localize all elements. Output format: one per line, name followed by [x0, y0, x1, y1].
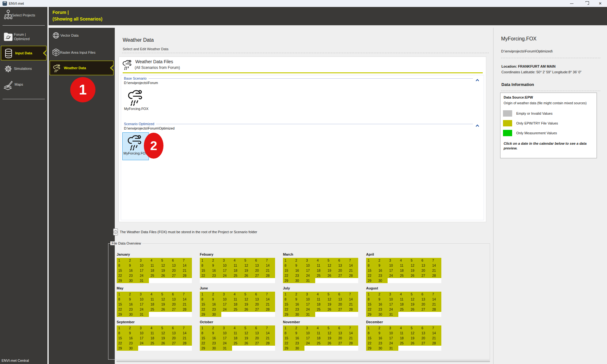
- calendar-day[interactable]: 27: [420, 341, 431, 346]
- calendar-day[interactable]: 18: [398, 302, 409, 307]
- calendar-day[interactable]: 27: [254, 341, 264, 346]
- calendar-day[interactable]: 26: [326, 307, 337, 312]
- calendar-day[interactable]: 4: [149, 325, 160, 331]
- calendar-day[interactable]: 19: [326, 302, 337, 307]
- calendar-day[interactable]: 2: [377, 258, 388, 263]
- calendar-day[interactable]: 5: [160, 292, 170, 297]
- calendar-day[interactable]: 2: [211, 258, 221, 263]
- calendar-day[interactable]: 11: [315, 331, 326, 336]
- calendar-day[interactable]: 23: [127, 273, 138, 278]
- subsidebar-item-vector-data[interactable]: Vector Data: [60, 33, 78, 37]
- calendar-day[interactable]: 7: [347, 325, 358, 331]
- calendar-day[interactable]: 16: [211, 268, 221, 273]
- calendar-day[interactable]: 17: [221, 268, 232, 273]
- calendar-day[interactable]: 21: [264, 302, 275, 307]
- calendar-day[interactable]: 9: [377, 263, 388, 268]
- calendar-day[interactable]: 30: [211, 346, 221, 351]
- calendar-day[interactable]: 3: [221, 292, 232, 297]
- calendar-day[interactable]: 18: [398, 268, 409, 273]
- calendar-day[interactable]: 20: [337, 268, 347, 273]
- calendar-day[interactable]: 25: [315, 307, 326, 312]
- calendar-day[interactable]: 23: [294, 273, 304, 278]
- calendar-day[interactable]: 21: [181, 268, 192, 273]
- calendar-day[interactable]: 8: [117, 297, 127, 302]
- calendar-day[interactable]: 10: [304, 297, 315, 302]
- calendar-day[interactable]: 2: [377, 325, 388, 331]
- calendar-day[interactable]: 7: [264, 292, 275, 297]
- calendar-day[interactable]: 2: [127, 325, 138, 331]
- calendar-day[interactable]: 28: [347, 341, 358, 346]
- calendar-day[interactable]: 9: [127, 297, 138, 302]
- calendar-day[interactable]: 25: [232, 307, 243, 312]
- calendar-day[interactable]: 22: [200, 273, 211, 278]
- calendar-day[interactable]: 14: [181, 263, 192, 268]
- calendar-day[interactable]: 1: [200, 292, 211, 297]
- calendar-day[interactable]: 8: [283, 297, 294, 302]
- calendar-day[interactable]: 7: [181, 325, 192, 331]
- calendar-day[interactable]: 16: [294, 302, 304, 307]
- calendar-day[interactable]: 9: [377, 297, 388, 302]
- calendar-day[interactable]: 17: [138, 268, 149, 273]
- calendar-day[interactable]: 30: [294, 312, 304, 317]
- calendar-day[interactable]: 8: [117, 263, 127, 268]
- calendar-day[interactable]: 24: [304, 273, 315, 278]
- calendar-day[interactable]: 18: [149, 302, 160, 307]
- calendar-day[interactable]: 18: [149, 268, 160, 273]
- calendar-day[interactable]: 26: [409, 273, 420, 278]
- calendar-day[interactable]: 14: [431, 331, 441, 336]
- calendar-day[interactable]: 14: [347, 263, 358, 268]
- calendar-day[interactable]: 15: [366, 336, 377, 341]
- calendar-day[interactable]: 20: [170, 302, 181, 307]
- calendar-day[interactable]: 12: [326, 297, 337, 302]
- sidebar-item-simulations[interactable]: Simulations: [14, 67, 32, 70]
- calendar-day[interactable]: 23: [377, 307, 388, 312]
- calendar-day[interactable]: 5: [326, 292, 337, 297]
- calendar-day[interactable]: 22: [283, 341, 294, 346]
- calendar-day[interactable]: 2: [127, 292, 138, 297]
- calendar-day[interactable]: 14: [181, 331, 192, 336]
- calendar-day[interactable]: 17: [138, 336, 149, 341]
- calendar-day[interactable]: 8: [200, 297, 211, 302]
- calendar-day[interactable]: 22: [117, 273, 127, 278]
- calendar-day[interactable]: 16: [127, 336, 138, 341]
- calendar-day[interactable]: 7: [181, 258, 192, 263]
- calendar-day[interactable]: 26: [409, 307, 420, 312]
- calendar-day[interactable]: 17: [304, 336, 315, 341]
- calendar-day[interactable]: 30: [377, 278, 388, 283]
- calendar-day[interactable]: 7: [181, 292, 192, 297]
- calendar-day[interactable]: 31: [388, 346, 398, 351]
- calendar-day[interactable]: 6: [420, 258, 431, 263]
- calendar-day[interactable]: 27: [254, 273, 264, 278]
- calendar-day[interactable]: 4: [232, 292, 243, 297]
- calendar-day[interactable]: 23: [294, 307, 304, 312]
- calendar-day[interactable]: 16: [377, 302, 388, 307]
- calendar-day[interactable]: 22: [283, 307, 294, 312]
- calendar-day[interactable]: 31: [138, 278, 149, 283]
- calendar-day[interactable]: 21: [347, 268, 358, 273]
- calendar-day[interactable]: 16: [294, 268, 304, 273]
- calendar-day[interactable]: 13: [170, 331, 181, 336]
- calendar-day[interactable]: 25: [398, 273, 409, 278]
- calendar-day[interactable]: 12: [326, 263, 337, 268]
- calendar-day[interactable]: 8: [200, 263, 211, 268]
- calendar-day[interactable]: 7: [347, 258, 358, 263]
- calendar-day[interactable]: 16: [127, 268, 138, 273]
- calendar-day[interactable]: 12: [243, 263, 254, 268]
- calendar-day[interactable]: 10: [138, 297, 149, 302]
- calendar-day[interactable]: 9: [211, 331, 221, 336]
- calendar-day[interactable]: 24: [388, 341, 398, 346]
- calendar-day[interactable]: 5: [243, 292, 254, 297]
- calendar-day[interactable]: 20: [254, 268, 264, 273]
- calendar-day[interactable]: 13: [420, 331, 431, 336]
- calendar-day[interactable]: 4: [398, 258, 409, 263]
- calendar-day[interactable]: 30: [127, 346, 138, 351]
- horizontal-scrollbar[interactable]: [116, 361, 490, 362]
- calendar-day[interactable]: 10: [221, 297, 232, 302]
- calendar-day[interactable]: 4: [315, 292, 326, 297]
- calendar-day[interactable]: 30: [377, 346, 388, 351]
- calendar-day[interactable]: 11: [232, 263, 243, 268]
- calendar-day[interactable]: 25: [315, 273, 326, 278]
- calendar-day[interactable]: 4: [232, 258, 243, 263]
- calendar-day[interactable]: 25: [149, 341, 160, 346]
- subsidebar-item-raster-files[interactable]: Raster Area Input Files: [60, 51, 95, 54]
